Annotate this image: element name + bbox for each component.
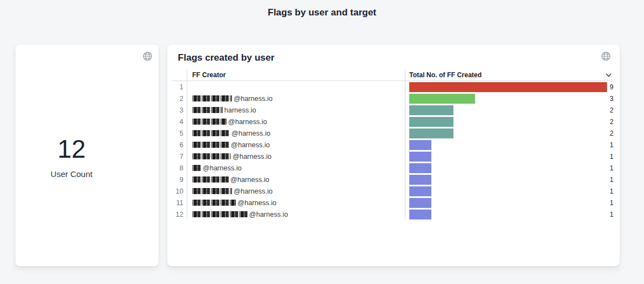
- row-number: 6: [172, 141, 187, 149]
- email-suffix: @harness.io: [228, 118, 267, 126]
- table-row: 6 @harness.io 1: [172, 139, 613, 151]
- bar[interactable]: [409, 163, 431, 173]
- bar-track: [409, 128, 607, 138]
- bar-value: 1: [610, 199, 614, 207]
- row-number: 1: [172, 83, 187, 91]
- table-row: 5 @harness.io 2: [172, 127, 613, 139]
- redacted-email: [192, 95, 232, 101]
- creator-cell: @harness.io: [187, 139, 405, 151]
- bar[interactable]: [409, 210, 431, 219]
- redacted-email: [192, 107, 223, 113]
- email-suffix: @harness.io: [234, 95, 272, 103]
- bar-track: [409, 175, 607, 185]
- bar-value: 2: [610, 130, 614, 137]
- globe-icon[interactable]: [601, 51, 611, 61]
- table-row: 9 @harness.io 1: [172, 174, 613, 185]
- bar-cell: 2: [405, 127, 614, 139]
- bar[interactable]: [409, 152, 431, 162]
- bar-cell: 2: [405, 104, 614, 116]
- bar-track: [409, 94, 607, 104]
- bar-track: [409, 198, 607, 208]
- bar-track: [409, 210, 607, 219]
- table-header-row: FF Creator Total No. of FF Created: [172, 69, 613, 81]
- table-row: 10 @harness.io 1: [172, 185, 613, 197]
- bar-track: [409, 186, 607, 196]
- chevron-down-icon[interactable]: [604, 71, 613, 79]
- redacted-email: [192, 211, 247, 217]
- bar[interactable]: [409, 186, 431, 196]
- email-suffix: @harness.io: [231, 141, 270, 149]
- email-suffix: @harness.io: [231, 130, 270, 137]
- row-number: 9: [172, 176, 187, 184]
- bar[interactable]: [409, 140, 431, 150]
- user-count-label: User Count: [0, 169, 143, 179]
- redacted-email: [192, 130, 230, 136]
- bar-cell: 1: [405, 185, 614, 197]
- redacted-email: [192, 153, 231, 159]
- email-suffix: @harness.io: [234, 187, 272, 195]
- creator-cell: @harness.io: [187, 116, 405, 127]
- bar-value: 1: [610, 153, 614, 160]
- bar-value: 1: [610, 187, 614, 195]
- row-number: 11: [172, 199, 187, 207]
- row-number: 10: [172, 187, 187, 195]
- table-row: 2 @harness.io 3: [172, 93, 613, 104]
- bar-value: 1: [610, 141, 614, 149]
- email-suffix: harness.io: [224, 106, 256, 114]
- bar-cell: 9: [405, 81, 614, 93]
- row-number: 8: [172, 164, 187, 172]
- flags-card-title: Flags created by user: [0, 52, 452, 63]
- bar-cell: 1: [405, 208, 614, 220]
- table-row: 7 @harness.io 1: [172, 151, 613, 162]
- bar[interactable]: [409, 198, 431, 208]
- redacted-email: [192, 142, 229, 148]
- table-row: 3 harness.io 2: [172, 104, 613, 116]
- column-header-creator[interactable]: FF Creator: [187, 69, 405, 81]
- bar-track: [409, 152, 607, 162]
- creator-cell: @harness.io: [187, 162, 405, 174]
- bar[interactable]: [409, 94, 475, 104]
- email-suffix: @harness.io: [203, 164, 241, 172]
- creator-cell: harness.io: [187, 104, 405, 116]
- bar-track: [409, 117, 607, 127]
- table-body: 1 9 2 @harness.io 3 3 harness.io: [172, 81, 613, 220]
- row-number: 5: [172, 130, 187, 137]
- creator-cell: @harness.io: [187, 185, 405, 197]
- bar-value: 1: [610, 164, 614, 172]
- creator-cell: @harness.io: [187, 197, 405, 208]
- row-number: 7: [172, 153, 187, 160]
- bar-value: 1: [610, 211, 614, 218]
- bar[interactable]: [409, 105, 453, 115]
- bar[interactable]: [409, 117, 453, 127]
- bar[interactable]: [409, 128, 453, 138]
- row-number: 2: [172, 95, 187, 103]
- bar-value: 2: [610, 118, 614, 126]
- bar-track: [409, 82, 607, 92]
- redacted-email: [192, 176, 229, 183]
- bar-value: 1: [610, 176, 614, 184]
- bar-cell: 1: [405, 139, 614, 151]
- redacted-email: [192, 165, 201, 171]
- creator-cell: @harness.io: [187, 127, 405, 139]
- bar-track: [409, 105, 607, 115]
- user-count-value: 12: [0, 134, 143, 164]
- flags-table: FF Creator Total No. of FF Created 1 9 2…: [172, 69, 613, 220]
- table-row: 1 9: [172, 81, 613, 93]
- table-row: 8 @harness.io 1: [172, 162, 613, 174]
- bar-cell: 2: [405, 116, 614, 127]
- table-row: 11 @harness.io 1: [172, 197, 613, 208]
- bar-cell: 3: [405, 93, 614, 104]
- email-suffix: @harness.io: [230, 176, 269, 184]
- column-header-total[interactable]: Total No. of FF Created: [405, 69, 613, 81]
- creator-cell: [187, 81, 405, 93]
- email-suffix: @harness.io: [237, 199, 276, 207]
- creator-cell: @harness.io: [187, 208, 405, 220]
- page-title: Flags by user and target: [0, 7, 644, 18]
- table-row: 4 @harness.io 2: [172, 116, 613, 127]
- row-number: 4: [172, 118, 187, 126]
- table-row: 12 @harness.io 1: [172, 208, 613, 220]
- bar[interactable]: [409, 175, 431, 185]
- bar[interactable]: [409, 82, 607, 92]
- creator-cell: @harness.io: [187, 93, 405, 104]
- email-suffix: @harness.io: [233, 153, 271, 160]
